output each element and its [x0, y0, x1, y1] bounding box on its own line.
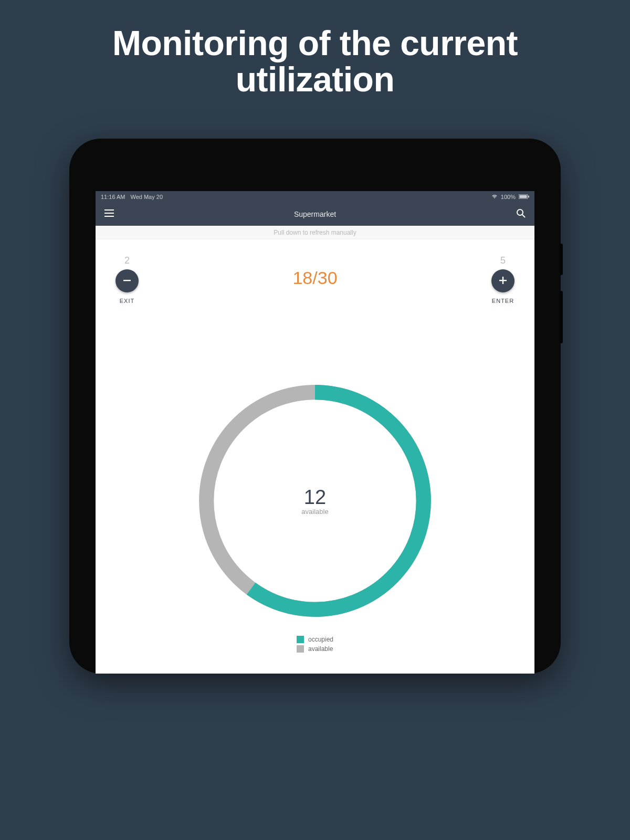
svg-rect-3 — [104, 209, 114, 211]
chart-legend: occupied available — [297, 636, 333, 653]
svg-rect-8 — [123, 280, 131, 281]
enter-pending-count: 5 — [500, 255, 506, 266]
enter-control: 5 ENTER — [487, 255, 519, 304]
status-date: Wed May 20 — [130, 194, 163, 200]
available-count: 12 — [301, 486, 328, 509]
promo-headline: Monitoring of the current utilization — [0, 0, 630, 98]
legend-item-occupied: occupied — [297, 636, 333, 643]
wifi-icon — [491, 194, 498, 200]
status-time: 11:16 AM — [101, 194, 125, 200]
main-content: 2 EXIT 18/30 5 E — [96, 239, 534, 674]
donut-center: 12 available — [301, 486, 328, 516]
tablet-hw-button-2 — [560, 291, 563, 343]
legend-swatch-available — [297, 645, 304, 653]
svg-rect-5 — [104, 216, 114, 217]
donut-chart: 12 available — [192, 377, 438, 624]
hamburger-icon — [104, 209, 114, 219]
legend-item-available: available — [297, 645, 333, 653]
legend-label-available: available — [308, 645, 333, 653]
app-title: Supermarket — [116, 210, 514, 218]
minus-icon — [122, 274, 132, 288]
svg-rect-1 — [520, 195, 527, 198]
available-label: available — [301, 508, 328, 516]
pull-refresh-hint: Pull down to refresh manually — [96, 226, 534, 239]
status-bar: 11:16 AM Wed May 20 100% — [96, 191, 534, 203]
battery-icon — [519, 194, 529, 200]
refresh-hint-text: Pull down to refresh manually — [274, 229, 356, 236]
utilization-chart: 12 available occupied available — [111, 377, 519, 653]
promo-line2: utilization — [236, 60, 394, 99]
enter-label: ENTER — [492, 298, 514, 304]
app-bar: Supermarket — [96, 203, 534, 226]
exit-control: 2 EXIT — [111, 255, 143, 304]
svg-rect-10 — [502, 277, 503, 284]
promo-line1: Monitoring of the current — [112, 24, 518, 62]
menu-button[interactable] — [103, 208, 116, 220]
device-screen: 11:16 AM Wed May 20 100% Supermarket — [96, 191, 534, 674]
exit-pending-count: 2 — [124, 255, 130, 266]
counter-row: 2 EXIT 18/30 5 E — [111, 255, 519, 304]
exit-label: EXIT — [120, 298, 134, 304]
exit-button[interactable] — [116, 269, 139, 292]
enter-button[interactable] — [491, 269, 514, 292]
status-battery-pct: 100% — [501, 194, 516, 200]
tablet-hw-button-1 — [560, 244, 563, 275]
search-icon — [516, 208, 526, 220]
occupancy-ratio: 18/30 — [292, 255, 337, 288]
tablet-bezel: 11:16 AM Wed May 20 100% Supermarket — [69, 139, 561, 674]
svg-rect-4 — [104, 213, 114, 214]
plus-icon — [498, 274, 508, 288]
svg-line-7 — [522, 215, 525, 217]
svg-rect-2 — [528, 196, 529, 198]
legend-swatch-occupied — [297, 636, 304, 643]
search-button[interactable] — [514, 208, 527, 220]
legend-label-occupied: occupied — [308, 636, 333, 643]
